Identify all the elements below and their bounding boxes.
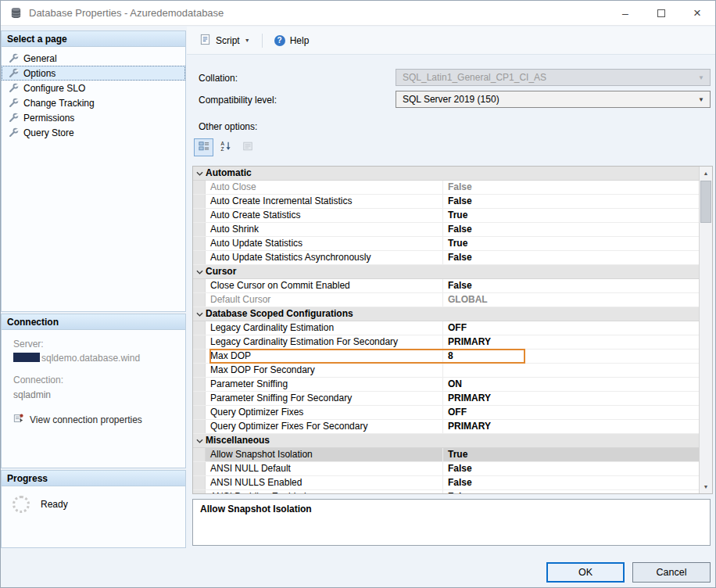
property-value[interactable]: True bbox=[443, 237, 699, 250]
compatibility-dropdown[interactable]: SQL Server 2019 (150) ▼ bbox=[396, 91, 711, 108]
property-row-ansi-nulls-enabled[interactable]: ANSI NULLS EnabledFalse bbox=[193, 476, 699, 490]
property-value[interactable]: PRIMARY bbox=[443, 335, 699, 349]
sidebar-item-options[interactable]: Options bbox=[2, 66, 185, 81]
script-button[interactable]: Script ▼ bbox=[195, 31, 254, 50]
scrollbar-thumb[interactable] bbox=[700, 181, 711, 223]
property-row-max-dop-for-secondary[interactable]: Max DOP For Secondary bbox=[193, 364, 699, 378]
alphabetical-sort-button[interactable]: A Z bbox=[216, 138, 235, 156]
property-value[interactable]: True bbox=[443, 209, 699, 222]
progress-status: Ready bbox=[41, 499, 68, 510]
property-value[interactable]: False bbox=[443, 490, 699, 493]
property-label: Query Optimizer Fixes bbox=[206, 406, 443, 419]
property-row-auto-update-statistics[interactable]: Auto Update StatisticsTrue bbox=[193, 237, 699, 251]
ok-button[interactable]: OK bbox=[546, 562, 625, 583]
scroll-up-icon[interactable]: ▲ bbox=[700, 167, 712, 180]
property-label: Query Optimizer Fixes For Secondary bbox=[206, 420, 443, 433]
property-value[interactable]: False bbox=[443, 251, 699, 264]
property-row-query-optimizer-fixes-for-secondary[interactable]: Query Optimizer Fixes For SecondaryPRIMA… bbox=[193, 420, 699, 434]
property-row-ansi-null-default[interactable]: ANSI NULL DefaultFalse bbox=[193, 462, 699, 476]
compatibility-label: Compatibility level: bbox=[199, 95, 277, 106]
database-properties-dialog: Database Properties - Azuredemodatabase … bbox=[0, 0, 716, 588]
view-connection-properties-link[interactable]: View connection properties bbox=[13, 413, 174, 426]
property-description-box: Allow Snapshot Isolation bbox=[192, 499, 711, 546]
collation-dropdown[interactable]: SQL_Latin1_General_CP1_CI_AS ▼ bbox=[396, 69, 711, 86]
property-value[interactable]: False bbox=[443, 279, 699, 292]
progress-body: Ready bbox=[2, 486, 185, 522]
property-value[interactable]: OFF bbox=[443, 406, 699, 419]
property-value[interactable]: PRIMARY bbox=[443, 392, 699, 405]
row-indent bbox=[193, 406, 206, 419]
property-value[interactable]: GLOBAL bbox=[443, 293, 699, 307]
property-value[interactable]: True bbox=[443, 448, 699, 461]
cancel-button[interactable]: Cancel bbox=[632, 562, 711, 583]
close-button[interactable]: × bbox=[679, 1, 715, 25]
category-row-automatic[interactable]: Automatic bbox=[193, 167, 699, 181]
property-row-ansi-padding-enabled[interactable]: ANSI Padding EnabledFalse bbox=[193, 490, 699, 493]
property-row-close-cursor-on-commit-enabled[interactable]: Close Cursor on Commit EnabledFalse bbox=[193, 279, 699, 293]
categorized-icon bbox=[199, 141, 209, 154]
property-row-max-dop[interactable]: Max DOP8 bbox=[193, 350, 699, 364]
property-value[interactable]: PRIMARY bbox=[443, 420, 699, 433]
sidebar-item-change-tracking[interactable]: Change Tracking bbox=[2, 95, 185, 110]
row-indent bbox=[193, 448, 206, 461]
category-row-database-scoped-configurations[interactable]: Database Scoped Configurations bbox=[193, 307, 699, 321]
row-indent bbox=[193, 279, 206, 292]
property-row-legacy-cardinality-estimation[interactable]: Legacy Cardinality EstimationOFF bbox=[193, 321, 699, 335]
category-row-miscellaneous[interactable]: Miscellaneous bbox=[193, 434, 699, 448]
property-row-auto-update-statistics-asynchronously[interactable]: Auto Update Statistics AsynchronouslyFal… bbox=[193, 251, 699, 265]
help-icon: ? bbox=[274, 35, 285, 46]
categorized-view-button[interactable] bbox=[194, 138, 213, 156]
property-label: ANSI Padding Enabled bbox=[206, 490, 443, 493]
property-row-parameter-sniffing[interactable]: Parameter SniffingON bbox=[193, 378, 699, 392]
property-label: Max DOP For Secondary bbox=[206, 364, 443, 377]
property-row-allow-snapshot-isolation[interactable]: Allow Snapshot IsolationTrue bbox=[193, 448, 699, 462]
property-value[interactable]: 8 bbox=[443, 350, 699, 363]
vertical-scrollbar[interactable]: ▲ ▼ bbox=[699, 167, 712, 493]
property-label: ANSI NULL Default bbox=[206, 462, 443, 475]
property-row-legacy-cardinality-estimation-for-secondary[interactable]: Legacy Cardinality Estimation For Second… bbox=[193, 335, 699, 350]
row-indent bbox=[193, 335, 206, 349]
property-label: Legacy Cardinality Estimation bbox=[206, 321, 443, 335]
property-row-parameter-sniffing-for-secondary[interactable]: Parameter Sniffing For SecondaryPRIMARY bbox=[193, 392, 699, 406]
scroll-down-icon[interactable]: ▼ bbox=[700, 480, 712, 493]
sidebar-item-configure-slo[interactable]: Configure SLO bbox=[2, 81, 185, 95]
property-value[interactable]: False bbox=[443, 181, 699, 194]
sidebar-item-general[interactable]: General bbox=[2, 51, 185, 66]
property-label: ANSI NULLS Enabled bbox=[206, 476, 443, 489]
minimize-button[interactable]: – bbox=[607, 1, 643, 25]
sidebar-item-permissions[interactable]: Permissions bbox=[2, 110, 185, 125]
property-value[interactable] bbox=[443, 364, 699, 377]
collapse-chevron-icon[interactable] bbox=[193, 270, 206, 274]
progress-panel: Progress Ready bbox=[1, 470, 186, 548]
category-row-cursor[interactable]: Cursor bbox=[193, 265, 699, 279]
connection-header: Connection bbox=[2, 314, 185, 330]
property-value[interactable]: OFF bbox=[443, 321, 699, 335]
sidebar-item-query-store[interactable]: Query Store bbox=[2, 125, 185, 140]
collapse-chevron-icon[interactable] bbox=[193, 439, 206, 443]
progress-spinner-icon bbox=[13, 496, 30, 513]
property-value[interactable]: ON bbox=[443, 378, 699, 391]
property-value[interactable]: False bbox=[443, 195, 699, 208]
property-value[interactable]: False bbox=[443, 476, 699, 489]
titlebar: Database Properties - Azuredemodatabase … bbox=[1, 1, 715, 26]
property-value[interactable]: False bbox=[443, 223, 699, 236]
maximize-button[interactable] bbox=[643, 1, 679, 25]
collapse-chevron-icon[interactable] bbox=[193, 171, 206, 176]
window-title: Database Properties - Azuredemodatabase bbox=[29, 7, 224, 19]
script-dropdown-icon[interactable]: ▼ bbox=[245, 38, 250, 43]
property-row-auto-create-statistics[interactable]: Auto Create StatisticsTrue bbox=[193, 209, 699, 223]
property-value[interactable]: False bbox=[443, 462, 699, 475]
page-wrench-icon bbox=[9, 68, 19, 78]
property-row-auto-close[interactable]: Auto CloseFalse bbox=[193, 181, 699, 195]
svg-text:Z: Z bbox=[220, 146, 224, 152]
help-button[interactable]: ? Help bbox=[270, 33, 313, 48]
other-options-label: Other options: bbox=[199, 121, 257, 132]
property-label: Auto Update Statistics Asynchronously bbox=[206, 251, 443, 264]
property-row-auto-create-incremental-statistics[interactable]: Auto Create Incremental StatisticsFalse bbox=[193, 195, 699, 209]
page-wrench-icon bbox=[9, 127, 19, 138]
property-row-query-optimizer-fixes[interactable]: Query Optimizer FixesOFF bbox=[193, 406, 699, 420]
category-label: Cursor bbox=[206, 265, 236, 278]
collapse-chevron-icon[interactable] bbox=[193, 312, 206, 317]
property-row-default-cursor[interactable]: Default CursorGLOBAL bbox=[193, 293, 699, 307]
property-row-auto-shrink[interactable]: Auto ShrinkFalse bbox=[193, 223, 699, 237]
